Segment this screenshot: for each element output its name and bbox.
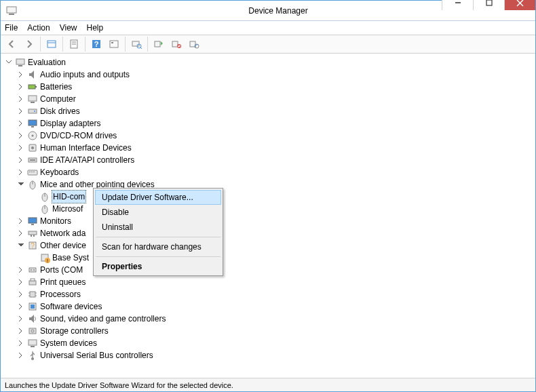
tree-item[interactable]: Human Interface Devices <box>17 142 535 154</box>
tree-root[interactable]: Evaluation <box>5 56 535 68</box>
view-button[interactable] <box>106 36 122 52</box>
svg-rect-28 <box>35 86 37 87</box>
svg-rect-53 <box>28 231 37 235</box>
uninstall-button[interactable] <box>168 36 185 52</box>
expand-icon[interactable] <box>17 217 25 225</box>
context-scan-hardware[interactable]: Scan for hardware changes <box>95 239 221 254</box>
tree-item[interactable]: IDE ATA/ATAPI controllers <box>17 154 535 166</box>
mouse-icon <box>39 203 50 214</box>
expand-icon[interactable] <box>17 144 25 152</box>
collapse-icon[interactable] <box>17 180 25 189</box>
tree-item[interactable]: Audio inputs and outputs <box>17 68 535 81</box>
expand-icon[interactable] <box>17 339 25 347</box>
toolbar-separator <box>147 37 148 52</box>
svg-rect-26 <box>18 65 22 66</box>
mouse-icon <box>27 179 38 190</box>
show-hidden-button[interactable] <box>43 36 60 52</box>
tree-item[interactable]: Computer <box>17 93 535 105</box>
usb-icon <box>27 350 38 361</box>
disable-button[interactable] <box>186 36 202 52</box>
tree-item[interactable]: Processors <box>17 288 535 300</box>
storage-icon <box>27 326 38 336</box>
tree-item-label: DVD/CD-ROM drives <box>40 130 117 142</box>
svg-rect-15 <box>132 41 139 46</box>
context-uninstall[interactable]: Uninstall <box>95 220 221 235</box>
expand-icon[interactable] <box>17 119 25 128</box>
context-update-driver[interactable]: Update Driver Software... <box>95 190 221 205</box>
expand-icon[interactable] <box>17 156 25 164</box>
disk-icon <box>27 106 38 117</box>
svg-rect-51 <box>28 218 37 223</box>
tree-item-label: Network ada <box>40 227 85 239</box>
svg-point-62 <box>31 269 32 271</box>
menu-action[interactable]: Action <box>27 23 50 33</box>
forward-button[interactable] <box>21 36 37 52</box>
tree-item[interactable]: Storage controllers <box>17 325 535 337</box>
tree-item-label: Batteries <box>40 81 72 93</box>
expand-icon[interactable] <box>17 315 25 323</box>
expand-icon[interactable] <box>17 302 25 311</box>
svg-rect-76 <box>31 346 35 347</box>
window-buttons <box>442 0 535 10</box>
tree-item-label: Storage controllers <box>40 325 109 337</box>
tree-item-label: Other device <box>40 239 86 252</box>
svg-rect-0 <box>7 7 16 13</box>
collapse-icon[interactable] <box>5 58 13 66</box>
tree-item[interactable]: Universal Serial Bus controllers <box>17 349 535 361</box>
device-tree-panel[interactable]: Evaluation Audio inputs and outputsBatte… <box>1 54 535 378</box>
svg-text:?: ? <box>31 242 35 250</box>
scan-hardware-button[interactable] <box>128 36 145 52</box>
help-button[interactable]: ? <box>88 36 104 52</box>
context-disable[interactable]: Disable <box>95 205 221 220</box>
svg-rect-25 <box>16 59 24 64</box>
properties-button[interactable] <box>66 36 82 52</box>
tree-item[interactable]: Display adapters <box>17 117 535 130</box>
tree-item[interactable]: Print queues <box>17 276 535 288</box>
status-text: Launches the Update Driver Software Wiza… <box>5 381 233 389</box>
close-button[interactable] <box>504 0 535 10</box>
expand-icon[interactable] <box>17 266 25 274</box>
system-icon <box>27 338 38 349</box>
expand-icon[interactable] <box>17 107 25 115</box>
menu-help[interactable]: Help <box>87 23 104 33</box>
audio-icon <box>27 69 38 80</box>
back-button[interactable] <box>3 36 20 52</box>
tree-item-label: Microsof <box>52 203 83 215</box>
tree-item[interactable]: Sound, video and game controllers <box>17 313 535 325</box>
expand-icon[interactable] <box>17 132 25 140</box>
tree-item[interactable]: Software devices <box>17 300 535 313</box>
expand-icon[interactable] <box>17 351 25 359</box>
expand-icon[interactable] <box>17 71 25 79</box>
maximize-button[interactable] <box>473 0 504 10</box>
tree-item[interactable]: Batteries <box>17 81 535 93</box>
expand-icon[interactable] <box>17 83 25 91</box>
expand-icon[interactable] <box>17 229 25 237</box>
toolbar-separator <box>62 37 63 52</box>
update-driver-button[interactable] <box>151 36 167 52</box>
svg-point-38 <box>31 146 34 149</box>
context-menu: Update Driver Software... Disable Uninst… <box>93 188 223 276</box>
minimize-button[interactable] <box>442 0 473 10</box>
context-properties[interactable]: Properties <box>95 259 221 274</box>
tree-item[interactable]: DVD/CD-ROM drives <box>17 130 535 142</box>
expand-icon[interactable] <box>17 290 25 298</box>
tree-item[interactable]: Disk drives <box>17 105 535 117</box>
menu-view[interactable]: View <box>60 23 77 33</box>
collapse-icon[interactable] <box>17 241 25 250</box>
tree-item-label: Ports (COM <box>40 264 83 276</box>
svg-rect-13 <box>110 41 118 47</box>
svg-rect-42 <box>29 172 31 172</box>
svg-point-63 <box>33 269 35 271</box>
svg-rect-55 <box>33 235 35 237</box>
expand-icon[interactable] <box>17 168 25 176</box>
printer-icon <box>27 277 38 288</box>
svg-rect-43 <box>31 172 33 172</box>
menu-file[interactable]: File <box>5 23 18 33</box>
expand-icon[interactable] <box>17 95 25 103</box>
expand-icon[interactable] <box>17 278 25 286</box>
dvd-icon <box>27 130 38 141</box>
tree-item[interactable]: Keyboards <box>17 166 535 178</box>
expand-icon[interactable] <box>17 327 25 335</box>
software-icon <box>27 301 38 312</box>
tree-item[interactable]: System devices <box>17 337 535 349</box>
